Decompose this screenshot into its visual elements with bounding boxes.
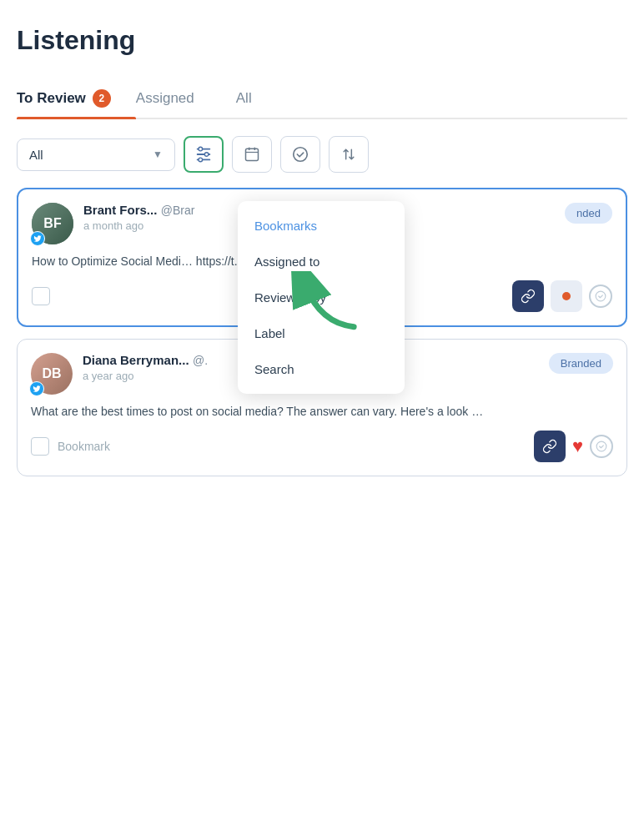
dropdown-item-bookmarks[interactable]: Bookmarks [238,208,405,244]
tabs-container: To Review 2 Assigned All [17,81,627,119]
dropdown-item-assigned-to[interactable]: Assigned to [238,244,405,280]
bookmarks-label: Bookmarks [254,219,317,233]
tab-to-review[interactable]: To Review 2 [17,81,136,118]
tab-all-label: All [236,90,252,107]
status-icon [291,145,309,164]
card-2-link-button[interactable] [534,431,566,462]
tab-assigned-label: Assigned [136,90,194,107]
card-2-link-icon [542,439,557,454]
card-2-check-button[interactable] [590,435,613,458]
card-2-avatar-wrapper: DB [31,353,73,395]
card-1-actions [512,280,612,312]
card-1-name: Brant Fors... [83,203,157,217]
label-item-label: Label [254,326,285,340]
card-1-twitter-badge [30,231,45,246]
card-2-checkbox[interactable] [31,437,49,456]
tab-assigned[interactable]: Assigned [136,82,219,117]
card-2-label-badge: Branded [549,353,613,374]
reviewed-by-label: Reviewed by [254,290,326,305]
content-wrapper: All ▼ [17,136,627,476]
svg-point-12 [596,291,606,301]
svg-rect-6 [246,149,259,160]
assigned-to-label: Assigned to [254,254,319,269]
sort-icon [340,146,357,163]
tab-all[interactable]: All [236,82,277,117]
card-1-extra-action [551,280,582,312]
page-title: Listening [17,25,627,56]
card-2-handle: @. [193,354,208,367]
search-label: Search [254,362,294,376]
card-1-avatar: BF [32,203,73,244]
source-dropdown[interactable]: All ▼ [17,138,175,171]
link-icon [521,289,536,304]
card-2-actions: ♥ [534,431,613,462]
filters-row: All ▼ [17,136,627,173]
svg-point-4 [204,153,209,157]
dropdown-item-label[interactable]: Label [238,315,405,351]
card-1-checkbox[interactable] [32,287,50,305]
sort-button[interactable] [329,136,369,173]
dropdown-arrow-icon: ▼ [153,149,163,160]
calendar-icon [244,146,260,163]
filter-icon [194,145,213,164]
dropdown-item-reviewed-by[interactable]: Reviewed by [238,280,405,315]
card-1-label-badge: nded [565,203,612,224]
card-1-check-button[interactable] [589,285,612,308]
tab-to-review-badge: 2 [93,89,111,108]
card-2-heart-button[interactable]: ♥ [572,436,583,457]
card-2-bookmark-label[interactable]: Bookmark [58,440,110,453]
svg-point-13 [596,441,606,451]
card-2-footer: Bookmark ♥ [31,431,613,462]
filter-dropdown-menu: Bookmarks Assigned to Reviewed by Label … [238,201,405,394]
card-2-check-icon [596,441,607,452]
source-dropdown-value: All [29,148,43,162]
status-button[interactable] [280,136,320,173]
calendar-button[interactable] [232,136,272,173]
svg-point-10 [294,148,308,162]
dropdown-item-search[interactable]: Search [238,351,405,387]
svg-point-5 [199,158,203,162]
tab-to-review-label: To Review [17,90,86,107]
check-icon [595,290,606,302]
card-1-handle: @Brar [161,204,195,217]
filter-button[interactable] [184,136,224,173]
card-1-link-button[interactable] [512,280,544,312]
card-2-text: What are the best times to post on socia… [31,403,613,421]
svg-point-3 [199,147,203,151]
card-2-left-actions: Bookmark [31,437,110,456]
card-2-twitter-badge [29,381,44,396]
card-2-name: Diana Berryman... [83,353,189,367]
